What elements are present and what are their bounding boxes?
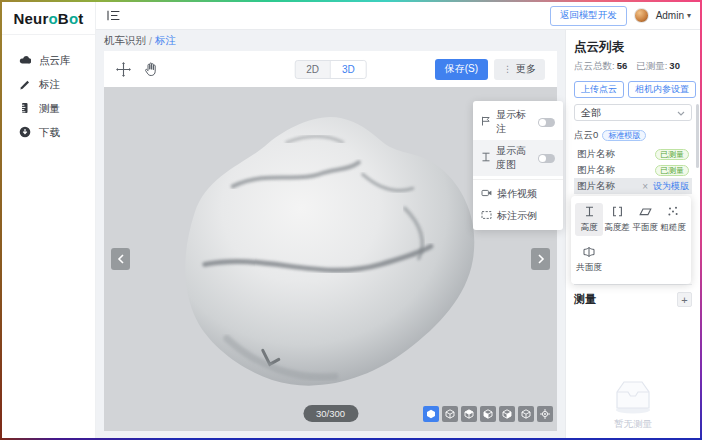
view-cube-top-icon[interactable] [518,406,534,422]
roughness-icon [667,206,679,219]
top-header: 返回模型开发 Admin▾ [96,2,700,30]
frame-edge-top [0,0,702,2]
frame-example-icon [481,210,492,222]
view-cube-front-icon[interactable] [442,406,458,422]
tool-flatness[interactable]: 平面度 [631,203,659,236]
view-cube-left-icon[interactable] [480,406,496,422]
view-mode-segmented: 2D 3D [294,60,367,79]
view-cube-back-icon[interactable] [461,406,477,422]
sidebar: NeuroBot 点云库 标注 测量 下载 [2,2,96,438]
sidebar-item-measure[interactable]: 测量 [2,97,95,121]
app-logo: NeuroBot [2,2,95,35]
flatness-icon [639,206,652,219]
standard-template-tag: 标准模版 [602,130,646,141]
menu-item-tutorial-video[interactable]: 操作视频 [473,183,563,205]
status-badge: 已测量 [655,149,689,160]
total-label: 点云总数: [574,60,615,71]
tool-roughness[interactable]: 粗糙度 [659,203,687,236]
ellipsis-icon: ⋮ [503,64,512,74]
back-to-model-dev-button[interactable]: 返回模型开发 [550,6,627,26]
list-item[interactable]: 图片名称 已测量 [574,162,692,178]
view-reset-crosshair-icon[interactable] [537,406,553,422]
sidebar-nav: 点云库 标注 测量 下载 [2,49,95,145]
tooth-3d-model[interactable] [166,112,488,394]
measured-label: 已测量: [636,60,667,71]
logo-gear-icon: o [48,10,57,27]
logo-text: Neur [14,10,49,27]
pen-icon [19,78,31,92]
tool-height[interactable]: 高度 [575,203,603,236]
main-area: 机车识别 / 标注 2D 3D 保存(S) ⋮更多 显示标注 [96,30,565,438]
hand-grab-icon[interactable] [144,62,158,77]
chevron-down-icon [677,107,685,118]
coplanarity-icon [583,246,595,259]
frame-edge-left [0,0,2,440]
menu-item-show-heightmap[interactable]: 显示高度图 [473,140,563,176]
measure-title: 测量 [574,292,596,307]
mode-3d-button[interactable]: 3D [330,61,366,78]
tool-icons [116,62,158,77]
total-value: 56 [617,60,628,71]
measure-section-header: 测量 + [574,284,692,307]
image-pager: 30/300 [303,405,358,422]
measured-value: 30 [669,60,680,71]
view-orientation-toolbar [423,406,553,422]
logo-gear-icon: o [69,10,78,27]
toolbar-actions: 保存(S) ⋮更多 [435,59,545,80]
height-icon [481,152,491,164]
more-button[interactable]: ⋮更多 [494,59,545,80]
filter-select[interactable]: 全部 [574,104,692,121]
show-annotation-toggle[interactable] [538,118,555,127]
show-heightmap-toggle[interactable] [538,154,555,163]
close-icon[interactable]: × [642,181,648,192]
measure-tool-palette: 高度 高度差 平面度 粗糙度 共面度 [571,196,691,284]
sidebar-item-pointcloud-library[interactable]: 点云库 [2,49,95,73]
view-cube-right-icon[interactable] [499,406,515,422]
list-item[interactable]: 图片名称 已测量 [574,146,692,162]
filter-selected-value: 全部 [581,106,601,120]
status-badge: 已测量 [655,165,689,176]
sidebar-item-label: 点云库 [39,54,71,68]
more-dropdown-menu: 显示标注 显示高度图 操作视频 标注示例 [473,101,563,230]
add-measure-button[interactable]: + [677,292,692,307]
set-template-link[interactable]: 设为模版 [653,180,689,193]
sidebar-item-annotation[interactable]: 标注 [2,73,95,97]
height-icon [584,206,595,219]
tool-coplanarity[interactable]: 共面度 [575,243,603,276]
user-name: Admin [656,10,684,21]
flag-icon [481,116,491,128]
pointcloud-group-row[interactable]: 点云0 标准模版 [574,128,692,143]
list-scrollbar[interactable] [696,104,699,168]
prev-image-arrow[interactable] [111,248,130,270]
header-actions: 返回模型开发 Admin▾ [550,6,691,26]
save-button[interactable]: 保存(S) [435,59,488,80]
sidebar-item-download[interactable]: 下载 [2,121,95,145]
canvas-toolbar: 2D 3D 保存(S) ⋮更多 显示标注 显示高度图 [104,51,557,87]
breadcrumb-parent[interactable]: 机车识别 [104,34,146,48]
next-image-arrow[interactable] [531,248,550,270]
video-icon [481,188,492,200]
tool-height-diff[interactable]: 高度差 [603,203,631,236]
breadcrumb: 机车识别 / 标注 [104,33,557,48]
mode-2d-button[interactable]: 2D [295,61,330,78]
panel-buttons: 上传点云 相机内参设置 [574,81,692,98]
view-cube-iso-icon[interactable] [423,406,439,422]
panel-stats: 点云总数:56 已测量:30 [574,60,692,73]
upload-pointcloud-button[interactable]: 上传点云 [574,81,624,98]
menu-divider [473,179,563,180]
group-name: 点云0 [574,129,598,142]
empty-state: 暂无测量 [566,378,700,431]
sidebar-item-label: 标注 [39,78,60,92]
pan-move-icon[interactable] [116,62,131,77]
user-menu[interactable]: Admin▾ [656,10,691,21]
sidebar-fold-icon[interactable] [107,10,120,21]
empty-box-icon [610,378,656,416]
user-avatar[interactable] [634,8,649,23]
list-item-selected[interactable]: 图片名称 × 设为模版 [574,178,692,194]
menu-item-annotation-example[interactable]: 标注示例 [473,205,563,227]
cloud-icon [19,55,31,67]
camera-params-button[interactable]: 相机内参设置 [628,81,696,98]
menu-item-show-annotation[interactable]: 显示标注 [473,104,563,140]
sidebar-item-label: 下载 [39,126,60,140]
panel-title: 点云列表 [574,39,692,56]
